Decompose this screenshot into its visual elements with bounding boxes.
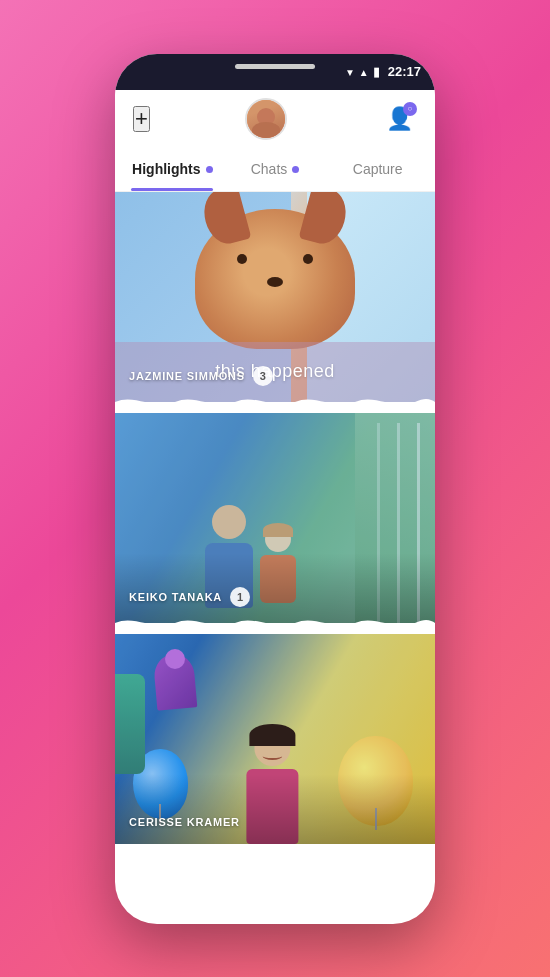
tab-highlights[interactable]: Highlights bbox=[121, 148, 224, 191]
story-card-2[interactable]: KEIKO TANAKA 1 bbox=[115, 413, 435, 623]
tab-highlights-label: Highlights bbox=[132, 161, 200, 177]
scroll-content: this happened JAZMINE SIMMONS 3 bbox=[115, 192, 435, 924]
story-2-username: KEIKO TANAKA bbox=[129, 591, 222, 603]
avatar-face bbox=[247, 100, 285, 138]
wave-divider-1 bbox=[115, 391, 435, 413]
story-1-user-info: JAZMINE SIMMONS 3 bbox=[129, 366, 273, 386]
battery-icon bbox=[373, 64, 380, 79]
phone-notch bbox=[235, 64, 315, 69]
tab-capture[interactable]: Capture bbox=[326, 148, 429, 191]
story-image-3 bbox=[115, 634, 435, 844]
story-3-user-info: CERISSE KRAMER bbox=[129, 816, 240, 828]
top-nav: + 👤 ○ bbox=[115, 90, 435, 148]
friends-badge: ○ bbox=[403, 102, 417, 116]
tabs-bar: Highlights Chats Capture bbox=[115, 148, 435, 192]
chats-dot bbox=[292, 166, 299, 173]
signal-icon bbox=[359, 66, 369, 78]
story-card-3[interactable]: CERISSE KRAMER bbox=[115, 634, 435, 844]
story-1-count: 3 bbox=[253, 366, 273, 386]
status-time: 22:17 bbox=[388, 64, 421, 79]
friends-button[interactable]: 👤 ○ bbox=[383, 102, 417, 136]
highlights-dot bbox=[206, 166, 213, 173]
wifi-icon bbox=[345, 66, 355, 78]
card3-overlay bbox=[115, 774, 435, 844]
avatar[interactable] bbox=[245, 98, 287, 140]
status-icons bbox=[345, 64, 380, 79]
card3-background bbox=[115, 634, 435, 844]
wave-divider-2 bbox=[115, 612, 435, 634]
tab-chats-label: Chats bbox=[251, 161, 288, 177]
story-1-username: JAZMINE SIMMONS bbox=[129, 370, 245, 382]
story-card-1[interactable]: this happened JAZMINE SIMMONS 3 bbox=[115, 192, 435, 402]
tab-capture-label: Capture bbox=[353, 161, 403, 177]
add-button[interactable]: + bbox=[133, 106, 150, 132]
phone-shell: 22:17 + 👤 ○ Highlights Chats Capture bbox=[115, 54, 435, 924]
status-bar: 22:17 bbox=[115, 54, 435, 90]
story-2-user-info: KEIKO TANAKA 1 bbox=[129, 587, 250, 607]
story-2-count: 1 bbox=[230, 587, 250, 607]
story-3-username: CERISSE KRAMER bbox=[129, 816, 240, 828]
tab-chats[interactable]: Chats bbox=[224, 148, 327, 191]
